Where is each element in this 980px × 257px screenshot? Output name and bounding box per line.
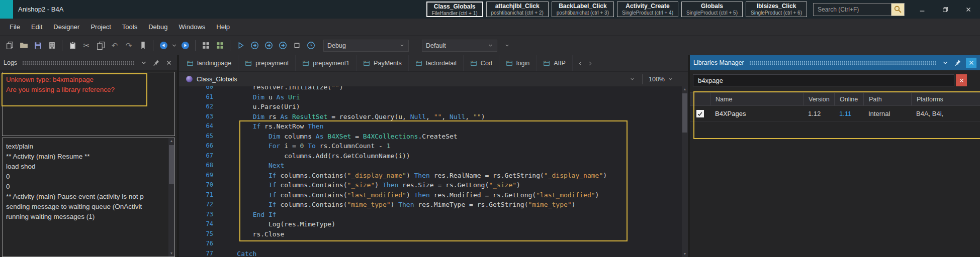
bookmark-title: Globals — [686, 3, 738, 10]
search-input[interactable]: Search (Ctrl+F) — [814, 6, 891, 13]
code-line: 60 resolver.Initialize("") — [179, 86, 682, 92]
code-editor[interactable]: 60 resolver.Initialize("")61 Dim u As Ur… — [179, 86, 688, 257]
lib-platforms: B4A, B4i, — [911, 110, 980, 117]
zoom-select[interactable]: 100% — [647, 76, 684, 83]
editor-tab-prepayment1[interactable]: prepayment1 — [296, 55, 357, 71]
bookmark-tab[interactable]: attachjlbl_Clickposhtibanichat (ctrl + 2… — [486, 2, 549, 17]
open-project-icon[interactable] — [17, 39, 30, 52]
bookmark-tab[interactable]: BackLabel_Clickposhtibanichat (ctrl + 3) — [552, 2, 614, 17]
minimize-button[interactable] — [911, 0, 934, 19]
bookmark-icon[interactable] — [136, 39, 149, 52]
tab-scroll-right-icon[interactable] — [586, 59, 594, 67]
chevron-down-icon[interactable] — [139, 58, 148, 67]
menu-item-project[interactable]: Project — [85, 23, 116, 31]
column-header-version[interactable]: Version — [803, 93, 834, 105]
log-line: 0 — [6, 172, 166, 182]
form-icon — [470, 60, 477, 67]
editor-tab-aiip[interactable]: AIIP — [537, 55, 573, 71]
designer-icon[interactable] — [199, 39, 212, 52]
line-number: 63 — [179, 112, 221, 122]
profiler-icon[interactable] — [304, 39, 317, 52]
scroll-up-icon[interactable]: ▲ — [682, 87, 688, 92]
undo-icon[interactable]: ↶ — [108, 39, 121, 52]
bookmark-tab[interactable]: Activity_CreateSingleProduct (ctrl + 4) — [617, 2, 678, 17]
save-icon[interactable] — [31, 39, 44, 52]
scrollbar-thumb[interactable] — [169, 145, 174, 184]
editor-tab-cod[interactable]: Cod — [464, 55, 499, 71]
column-header-platforms[interactable]: Platforms — [911, 93, 980, 105]
menu-item-tools[interactable]: Tools — [117, 23, 143, 31]
code-line: 75 rs.Close — [179, 229, 682, 239]
step-into-icon[interactable] — [262, 39, 275, 52]
designer-scripts-icon[interactable] — [213, 39, 226, 52]
logs-panel-header: Logs — [0, 55, 177, 70]
new-file-icon[interactable] — [3, 39, 16, 52]
code-line: 72 If columns.Contains("mime_type") Then… — [179, 200, 682, 210]
editor-scrollbar[interactable]: ▲ ▼ — [682, 86, 688, 257]
lib-rows: B4XPages1.121.11InternalB4A, B4i, — [690, 106, 980, 122]
editor-tab-payments[interactable]: PayMents — [357, 55, 409, 71]
menu-item-edit[interactable]: Edit — [26, 23, 48, 31]
menu-item-debug[interactable]: Debug — [143, 23, 173, 31]
editor-tab-landingpage[interactable]: landingpage — [180, 55, 238, 71]
layout-variant-value: Default — [426, 42, 488, 49]
bookmark-tab[interactable]: lblsizes_ClickSingleProduct (ctrl + 6) — [746, 2, 807, 17]
library-search-input[interactable]: b4xpage — [693, 74, 954, 86]
build-configuration-select[interactable]: Debug — [323, 40, 409, 52]
layout-variant-select[interactable]: Default — [422, 40, 497, 52]
column-header-online[interactable]: Online — [834, 93, 863, 105]
run-icon[interactable] — [234, 39, 247, 52]
tab-scroll-left-icon[interactable] — [577, 59, 585, 67]
redo-icon[interactable]: ↷ — [122, 39, 135, 52]
library-row[interactable]: B4XPages1.121.11InternalB4A, B4i, — [690, 106, 980, 122]
back-history-chevron-icon[interactable] — [171, 39, 177, 52]
code-line: 69 If columns.Contains("_display_name") … — [179, 171, 682, 181]
close-icon[interactable] — [164, 58, 173, 67]
pin-icon[interactable] — [152, 58, 161, 67]
chevron-down-icon — [668, 76, 673, 82]
line-number: 70 — [179, 180, 221, 190]
copy-icon[interactable] — [94, 39, 107, 52]
column-header-path[interactable]: Path — [863, 93, 911, 105]
close-icon[interactable] — [966, 58, 976, 68]
step-out-icon[interactable] — [276, 39, 289, 52]
stop-icon[interactable] — [290, 39, 303, 52]
scrollbar-thumb[interactable] — [682, 93, 687, 133]
scroll-up-icon[interactable]: ▲ — [168, 139, 174, 144]
sub-selector[interactable]: Class_Globals — [183, 73, 638, 85]
checkbox-checked[interactable] — [696, 110, 704, 117]
menu-item-help[interactable]: Help — [211, 23, 235, 31]
close-button[interactable] — [957, 0, 980, 19]
bookmark-tab[interactable]: GlobalsSingleProduct (ctrl + 5) — [681, 2, 743, 17]
restore-button[interactable] — [934, 0, 957, 19]
editor-tab-label: prepayment1 — [313, 60, 349, 67]
scroll-down-icon[interactable]: ▼ — [682, 251, 688, 256]
cut-icon[interactable]: ✂ — [80, 39, 93, 52]
menu-item-file[interactable]: File — [4, 23, 26, 31]
menu-item-windows[interactable]: Windows — [173, 23, 211, 31]
paste-icon[interactable] — [66, 39, 79, 52]
editor-tab-label: PayMents — [374, 60, 402, 67]
logs-scrollbar[interactable]: ▲ ▼ — [168, 138, 174, 256]
search-icon[interactable] — [891, 4, 904, 16]
pin-icon[interactable] — [953, 58, 962, 67]
editor-tab-login[interactable]: login — [499, 55, 537, 71]
navigate-forward-icon[interactable] — [179, 39, 192, 52]
navigate-back-icon[interactable] — [157, 39, 170, 52]
column-header-name[interactable]: Name — [710, 93, 803, 105]
toolbar-icons: ✂↶↷ — [3, 39, 317, 52]
scroll-down-icon[interactable]: ▼ — [168, 251, 174, 256]
toolbar-overflow-icon[interactable] — [504, 43, 510, 48]
bookmark-tab[interactable]: Class_GlobalsFileHandler (ctrl + 1) — [426, 2, 483, 17]
step-over-icon[interactable] — [248, 39, 261, 52]
editor-tab-factordetail[interactable]: factordetail — [409, 55, 464, 71]
bookmark-title: Activity_Create — [622, 3, 673, 10]
modules-icon[interactable] — [45, 39, 58, 52]
clear-search-icon[interactable] — [956, 74, 967, 86]
editor-tab-prepayment[interactable]: prepayment — [238, 55, 296, 71]
chevron-down-icon[interactable] — [941, 58, 950, 67]
menu-item-designer[interactable]: Designer — [48, 23, 85, 31]
lib-online[interactable]: 1.11 — [834, 110, 863, 117]
libraries-panel-header: Libraries Manager — [690, 55, 980, 70]
line-number: 73 — [179, 210, 221, 220]
